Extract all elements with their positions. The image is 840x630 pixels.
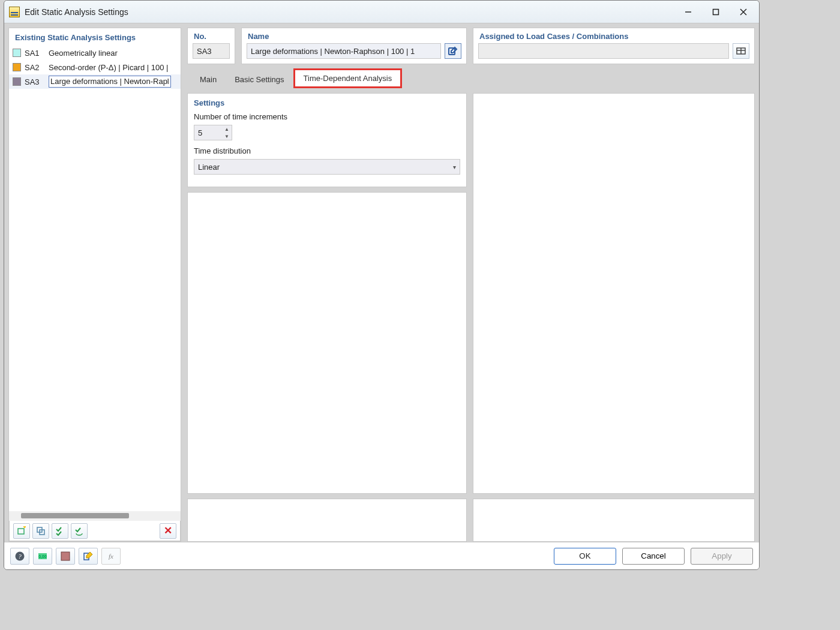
units-button[interactable]: 0,00 xyxy=(33,548,52,565)
increments-label: Number of time increments xyxy=(194,112,460,121)
name-card: Name Large deformations | Newton-Raphson… xyxy=(241,28,467,64)
distribution-value: Linear xyxy=(198,163,220,172)
refresh-check-button[interactable] xyxy=(71,523,88,539)
check-all-button[interactable] xyxy=(52,523,68,539)
short-panel-right xyxy=(473,499,755,542)
list-item-sa3[interactable]: SA3 Large deformations | Newton-Rapl xyxy=(9,74,181,89)
tab-time-dependent-analysis[interactable]: Time-Dependent Analysis xyxy=(293,68,403,88)
color-swatch-button[interactable] xyxy=(56,548,75,565)
apply-button[interactable]: Apply xyxy=(691,548,753,565)
titlebar: Edit Static Analysis Settings xyxy=(4,1,759,23)
edit-name-button[interactable] xyxy=(445,43,461,59)
spinner-up-icon[interactable]: ▲ xyxy=(222,125,232,133)
delete-item-button[interactable]: ✕ xyxy=(160,523,176,539)
footer-bar: ? 0,00 fx OK Cancel Apply xyxy=(4,542,759,569)
maximize-button[interactable] xyxy=(703,3,729,21)
svg-rect-15 xyxy=(61,552,70,560)
svg-text:?: ? xyxy=(18,553,22,560)
app-icon xyxy=(9,7,20,17)
new-item-button[interactable] xyxy=(13,523,30,539)
header-row: No. SA3 Name Large deformations | Newton… xyxy=(187,28,755,64)
minimize-button[interactable] xyxy=(675,3,701,21)
assigned-card: Assigned to Load Cases / Combinations xyxy=(473,28,755,64)
list-item-label: Large deformations | Newton-Rapl xyxy=(49,76,171,88)
name-label: Name xyxy=(242,28,466,43)
scrollbar-thumb[interactable] xyxy=(21,513,129,518)
dialog-window: Edit Static Analysis Settings Existing S… xyxy=(4,0,760,570)
settings-title: Settings xyxy=(188,94,466,111)
help-button[interactable]: ? xyxy=(10,548,29,565)
distribution-select[interactable]: Linear ▾ xyxy=(194,159,460,175)
list-item-sa2[interactable]: SA2 Second-order (P-Δ) | Picard | 100 | xyxy=(9,60,181,74)
tab-basic-settings[interactable]: Basic Settings xyxy=(226,71,293,88)
color-swatch xyxy=(13,49,21,57)
no-field[interactable]: SA3 xyxy=(193,43,230,59)
list-item-sa1[interactable]: SA1 Geometrically linear xyxy=(9,46,181,60)
tabs: Main Basic Settings Time-Dependent Analy… xyxy=(187,69,755,88)
svg-text:fx: fx xyxy=(109,553,113,560)
list-item-id: SA3 xyxy=(25,77,45,86)
spinner-down-icon[interactable]: ▼ xyxy=(222,133,232,140)
no-label: No. xyxy=(188,28,235,43)
increments-value: 5 xyxy=(194,128,222,137)
distribution-label: Time distribution xyxy=(194,146,460,155)
color-swatch xyxy=(13,63,21,71)
assign-browse-button[interactable] xyxy=(733,43,749,59)
horizontal-scrollbar[interactable] xyxy=(9,511,181,521)
settings-card: Settings Number of time increments 5 ▲ ▼ xyxy=(187,93,467,187)
close-button[interactable] xyxy=(730,3,757,21)
increments-spinner[interactable]: 5 ▲ ▼ xyxy=(194,125,232,140)
left-toolbar: ✕ xyxy=(9,521,181,541)
cancel-button[interactable]: Cancel xyxy=(622,548,685,565)
svg-text:0,00: 0,00 xyxy=(38,554,47,559)
left-panel: Existing Static Analysis Settings SA1 Ge… xyxy=(8,28,181,542)
left-panel-header: Existing Static Analysis Settings xyxy=(9,28,181,46)
list-item-label: Second-order (P-Δ) | Picard | 100 | xyxy=(49,63,168,72)
assigned-label: Assigned to Load Cases / Combinations xyxy=(473,28,754,43)
tab-main[interactable]: Main xyxy=(191,71,226,88)
list-item-id: SA1 xyxy=(25,49,45,58)
color-swatch xyxy=(13,77,21,86)
list-item-label: Geometrically linear xyxy=(49,49,118,58)
name-field[interactable]: Large deformations | Newton-Raphson | 10… xyxy=(247,43,441,59)
blank-panel-left xyxy=(187,192,467,494)
short-panel-left xyxy=(187,499,467,542)
settings-list[interactable]: SA1 Geometrically linear SA2 Second-orde… xyxy=(9,46,181,511)
chevron-down-icon: ▾ xyxy=(453,164,456,170)
fx-button[interactable]: fx xyxy=(101,548,121,565)
rename-edit-button[interactable] xyxy=(79,548,98,565)
assigned-field[interactable] xyxy=(478,43,729,59)
no-card: No. SA3 xyxy=(187,28,235,64)
svg-rect-4 xyxy=(18,529,24,534)
blank-panel-right xyxy=(473,93,755,494)
copy-item-button[interactable] xyxy=(32,523,49,539)
list-item-id: SA2 xyxy=(25,63,45,72)
ok-button[interactable]: OK xyxy=(554,548,616,565)
window-title: Edit Static Analysis Settings xyxy=(25,7,128,17)
svg-rect-1 xyxy=(713,9,719,14)
